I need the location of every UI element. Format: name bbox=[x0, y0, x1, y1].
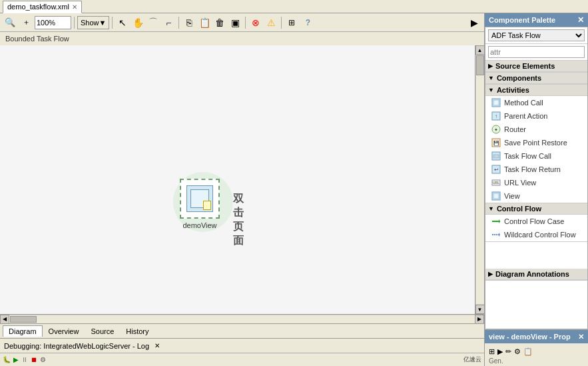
palette-close-btn[interactable]: ✕ bbox=[577, 15, 584, 25]
node-doc-corner bbox=[203, 201, 211, 210]
sp-icon-5[interactable]: 📋 bbox=[523, 347, 533, 356]
file-tab[interactable]: demo_taskflow.xml ✕ bbox=[3, 1, 82, 13]
source-elements-header[interactable]: ▶ Source Elements bbox=[485, 61, 587, 72]
pause-icon[interactable]: ⏸ bbox=[21, 356, 28, 363]
tab-overview[interactable]: Overview bbox=[43, 325, 85, 337]
svg-rect-15 bbox=[493, 193, 499, 199]
separator-1 bbox=[74, 17, 75, 29]
h-scroll-thumb[interactable] bbox=[10, 316, 37, 323]
node-box[interactable] bbox=[180, 179, 220, 219]
h-scroll-left-btn[interactable]: ◀ bbox=[0, 315, 9, 324]
status-close-btn[interactable]: ✕ bbox=[154, 342, 160, 349]
separator-4 bbox=[245, 17, 246, 29]
hand-tool[interactable]: ✋ bbox=[131, 15, 145, 30]
wildcard-control-flow-item[interactable]: * Wildcard Control Flow bbox=[485, 228, 587, 241]
scroll-thumb[interactable] bbox=[476, 55, 484, 75]
sp-icon-4[interactable]: ⚙ bbox=[514, 347, 521, 356]
paste-btn[interactable]: 📋 bbox=[197, 15, 212, 30]
right-panel: Component Palette ✕ ADF Task Flow ▶ Sour… bbox=[485, 13, 588, 366]
tab-source-label: Source bbox=[91, 327, 114, 335]
control-flow-section: ▼ Control Flow Control Flow Case * Wildc… bbox=[485, 203, 587, 242]
activities-label: Activities bbox=[497, 86, 529, 94]
parent-action-item[interactable]: ↑ Parent Action bbox=[485, 109, 587, 123]
activities-header[interactable]: ▼ Activities bbox=[485, 85, 587, 96]
control-flow-case-item[interactable]: Control Flow Case bbox=[485, 215, 587, 228]
scroll-right-btn[interactable]: ▶ bbox=[467, 15, 481, 30]
layout-icon: ⊞ bbox=[288, 18, 295, 27]
canvas[interactable]: demoView 双击页面 ▲ ▼ bbox=[0, 45, 484, 314]
h-scroll-track[interactable] bbox=[9, 315, 475, 323]
tab-diagram[interactable]: Diagram bbox=[3, 325, 43, 337]
tab-label: demo_taskflow.xml bbox=[7, 3, 69, 11]
watermark: 亿速云 bbox=[463, 355, 481, 364]
view-item[interactable]: View bbox=[485, 189, 587, 203]
select-btn[interactable]: ▣ bbox=[228, 15, 242, 30]
svg-text:💾: 💾 bbox=[493, 140, 499, 146]
control-flow-header[interactable]: ▼ Control Flow bbox=[485, 203, 587, 215]
arc-tool[interactable]: ⌒ bbox=[146, 15, 160, 30]
method-call-icon bbox=[491, 97, 501, 108]
sub-panel-close-btn[interactable]: ✕ bbox=[578, 333, 584, 341]
zoom-in-btn[interactable]: ＋ bbox=[19, 15, 33, 30]
horizontal-scrollbar[interactable]: ◀ ▶ bbox=[0, 314, 484, 323]
show-button[interactable]: Show▼ bbox=[77, 16, 109, 29]
palette-search-input[interactable] bbox=[488, 46, 585, 58]
router-item[interactable]: ✦ Router bbox=[485, 123, 587, 136]
error-btn[interactable]: ⚠ bbox=[264, 15, 278, 30]
elbow-tool[interactable]: ⌐ bbox=[161, 15, 176, 30]
method-call-item[interactable]: Method Call bbox=[485, 96, 587, 109]
status-bar: Debugging: IntegratedWebLogicServer - Lo… bbox=[0, 338, 484, 353]
select-icon: ▣ bbox=[231, 17, 240, 28]
validate-btn[interactable]: ⊗ bbox=[248, 15, 263, 30]
config-icon[interactable]: ⚙ bbox=[40, 356, 46, 363]
sub-panel-content: ⊞ ▶ ✏ ⚙ 📋 Gen. bbox=[485, 343, 588, 366]
svg-rect-9 bbox=[493, 155, 499, 158]
tab-close-icon[interactable]: ✕ bbox=[72, 3, 77, 11]
zoom-select[interactable]: 100% bbox=[35, 16, 71, 29]
tab-diagram-label: Diagram bbox=[9, 327, 37, 335]
vertical-scrollbar[interactable]: ▲ ▼ bbox=[475, 45, 484, 314]
palette-dropdown: ADF Task Flow bbox=[485, 27, 587, 44]
help-btn[interactable]: ? bbox=[300, 15, 315, 30]
sp-icon-1[interactable]: ⊞ bbox=[489, 347, 495, 356]
copy-btn[interactable]: ⎘ bbox=[182, 15, 196, 30]
save-restore-item[interactable]: 💾 Save Point Restore bbox=[485, 136, 587, 149]
svg-marker-19 bbox=[499, 233, 500, 237]
palette-area[interactable]: ADF Task Flow ▶ Source Elements ▼ Compon… bbox=[485, 27, 588, 329]
tab-source[interactable]: Source bbox=[85, 325, 120, 337]
task-flow-call-item[interactable]: Task Flow Call bbox=[485, 149, 587, 163]
separator-2 bbox=[112, 17, 113, 29]
main-layout: 🔍 ＋ 100% Show▼ ↖ ✋ ⌒ bbox=[0, 13, 588, 366]
components-header[interactable]: ▼ Components bbox=[485, 73, 587, 84]
debug-icon[interactable]: 🐛 bbox=[3, 356, 11, 363]
help-icon: ? bbox=[306, 18, 310, 27]
sp-icon-3[interactable]: ✏ bbox=[505, 347, 511, 356]
scroll-down-btn[interactable]: ▼ bbox=[475, 305, 485, 314]
zoom-out-btn[interactable]: 🔍 bbox=[3, 15, 17, 30]
scroll-right-icon: ▶ bbox=[471, 17, 478, 28]
sub-panel-title-bar: view - demoView - Prop ✕ bbox=[485, 330, 588, 343]
diagram-annotations-header[interactable]: ▶ Diagram Annotations bbox=[485, 269, 587, 280]
stop-icon[interactable]: ⏹ bbox=[31, 356, 37, 363]
palette-search bbox=[485, 44, 587, 61]
copy-icon: ⎘ bbox=[186, 17, 192, 28]
control-flow-case-label: Control Flow Case bbox=[504, 217, 564, 225]
demo-node[interactable]: demoView 双击页面 bbox=[180, 179, 220, 229]
url-view-icon: URL bbox=[491, 177, 501, 188]
url-view-item[interactable]: URL URL View bbox=[485, 176, 587, 189]
task-flow-return-item[interactable]: ↩ Task Flow Return bbox=[485, 163, 587, 176]
diagram-annotations-section: ▶ Diagram Annotations bbox=[485, 269, 587, 281]
svg-text:↩: ↩ bbox=[494, 167, 499, 173]
delete-btn[interactable]: 🗑 bbox=[212, 15, 227, 30]
activities-section: ▼ Activities Method Call ↑ Parent Action bbox=[485, 85, 587, 203]
run-icon[interactable]: ▶ bbox=[13, 356, 19, 363]
tab-history[interactable]: History bbox=[120, 325, 154, 337]
scroll-up-btn[interactable]: ▲ bbox=[475, 45, 485, 55]
scroll-track[interactable] bbox=[476, 55, 484, 304]
cursor-tool[interactable]: ↖ bbox=[115, 15, 130, 30]
sp-icon-2[interactable]: ▶ bbox=[497, 347, 503, 356]
palette-select[interactable]: ADF Task Flow bbox=[488, 29, 585, 41]
separator-5 bbox=[281, 17, 282, 29]
h-scroll-right-btn[interactable]: ▶ bbox=[475, 315, 484, 324]
layout-btn[interactable]: ⊞ bbox=[284, 15, 299, 30]
